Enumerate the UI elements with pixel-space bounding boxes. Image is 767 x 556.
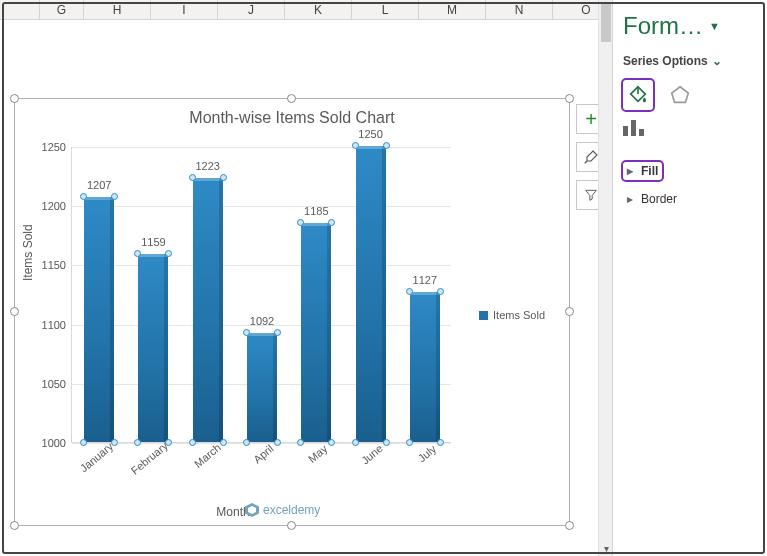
watermark-text: exceldemy bbox=[263, 503, 320, 517]
y-tick-label: 1150 bbox=[42, 259, 66, 271]
format-icon-row bbox=[623, 80, 757, 110]
resize-handle[interactable] bbox=[287, 94, 296, 103]
selection-point[interactable] bbox=[80, 439, 87, 446]
worksheet-area[interactable]: Month-wise Items Sold Chart Items Sold 1… bbox=[0, 20, 609, 553]
bar-icon-part bbox=[631, 120, 636, 136]
resize-handle[interactable] bbox=[565, 94, 574, 103]
legend[interactable]: Items Sold bbox=[479, 309, 545, 321]
series-options-header[interactable]: Series Options ⌄ bbox=[623, 54, 757, 68]
selection-point[interactable] bbox=[437, 288, 444, 295]
data-bar[interactable]: 1092 bbox=[247, 333, 277, 442]
selection-point[interactable] bbox=[243, 439, 250, 446]
resize-handle[interactable] bbox=[10, 94, 19, 103]
pentagon-icon bbox=[669, 84, 691, 106]
watermark: exceldemy bbox=[245, 503, 320, 517]
selection-point[interactable] bbox=[111, 193, 118, 200]
chevron-down-icon: ⌄ bbox=[712, 54, 722, 68]
pane-dropdown-icon[interactable]: ▼ bbox=[709, 20, 720, 32]
series-options-tab[interactable] bbox=[623, 120, 647, 136]
x-tick-label: May bbox=[306, 442, 330, 465]
selection-point[interactable] bbox=[274, 439, 281, 446]
series-options-label: Series Options bbox=[623, 54, 708, 68]
col-header-K[interactable]: K bbox=[285, 0, 352, 19]
y-tick-label: 1050 bbox=[42, 378, 66, 390]
selection-point[interactable] bbox=[189, 439, 196, 446]
col-header-L[interactable]: L bbox=[352, 0, 419, 19]
bar-icon-part bbox=[639, 129, 644, 136]
funnel-icon bbox=[584, 188, 598, 202]
pane-title: Form… ▼ bbox=[623, 12, 757, 40]
selection-point[interactable] bbox=[297, 439, 304, 446]
data-label: 1207 bbox=[87, 179, 111, 191]
effects-tab[interactable] bbox=[665, 80, 695, 110]
vertical-scrollbar[interactable]: ▴ ▾ bbox=[598, 0, 612, 556]
gridline bbox=[72, 206, 451, 207]
data-label: 1223 bbox=[195, 160, 219, 172]
gridline bbox=[72, 265, 451, 266]
selection-point[interactable] bbox=[189, 174, 196, 181]
data-bar[interactable]: 1159 bbox=[138, 254, 168, 442]
data-label: 1127 bbox=[413, 274, 437, 286]
data-bar[interactable]: 1127 bbox=[410, 292, 440, 442]
expand-icon: ▸ bbox=[627, 192, 637, 206]
selection-point[interactable] bbox=[328, 439, 335, 446]
selection-point[interactable] bbox=[328, 219, 335, 226]
col-header-H[interactable]: H bbox=[84, 0, 151, 19]
resize-handle[interactable] bbox=[287, 521, 296, 530]
selection-point[interactable] bbox=[274, 329, 281, 336]
y-axis-title[interactable]: Items Sold bbox=[21, 224, 35, 281]
border-section-header[interactable]: ▸ Border bbox=[623, 190, 757, 208]
col-header-stub bbox=[0, 0, 40, 19]
resize-handle[interactable] bbox=[565, 521, 574, 530]
col-header-M[interactable]: M bbox=[419, 0, 486, 19]
selection-point[interactable] bbox=[383, 142, 390, 149]
y-tick-label: 1250 bbox=[42, 141, 66, 153]
x-tick-label: April bbox=[251, 442, 276, 465]
x-tick-label: March bbox=[192, 441, 223, 470]
resize-handle[interactable] bbox=[10, 521, 19, 530]
selection-point[interactable] bbox=[80, 193, 87, 200]
selection-point[interactable] bbox=[383, 439, 390, 446]
data-label: 1092 bbox=[250, 315, 274, 327]
plot-area[interactable]: 1000105011001150120012501207January1159F… bbox=[71, 147, 451, 443]
scroll-down-arrow[interactable]: ▾ bbox=[599, 540, 613, 556]
selection-point[interactable] bbox=[352, 439, 359, 446]
data-bar[interactable]: 1223 bbox=[193, 178, 223, 442]
gridline bbox=[72, 443, 451, 444]
col-header-J[interactable]: J bbox=[218, 0, 285, 19]
x-tick-label: July bbox=[415, 443, 438, 465]
chart-object[interactable]: Month-wise Items Sold Chart Items Sold 1… bbox=[14, 98, 570, 526]
watermark-icon bbox=[245, 503, 259, 517]
selection-point[interactable] bbox=[134, 439, 141, 446]
selection-point[interactable] bbox=[243, 329, 250, 336]
selection-point[interactable] bbox=[297, 219, 304, 226]
data-bar[interactable]: 1185 bbox=[301, 223, 331, 442]
fill-section-header[interactable]: ▸ Fill bbox=[623, 162, 662, 180]
resize-handle[interactable] bbox=[10, 307, 19, 316]
x-axis-title[interactable]: Month bbox=[15, 505, 451, 519]
legend-swatch bbox=[479, 311, 488, 320]
col-header-I[interactable]: I bbox=[151, 0, 218, 19]
scroll-thumb[interactable] bbox=[601, 2, 611, 42]
selection-point[interactable] bbox=[220, 174, 227, 181]
resize-handle[interactable] bbox=[565, 307, 574, 316]
data-label: 1250 bbox=[358, 128, 382, 140]
selection-point[interactable] bbox=[220, 439, 227, 446]
col-header-G[interactable]: G bbox=[40, 0, 84, 19]
selection-point[interactable] bbox=[352, 142, 359, 149]
fill-line-tab[interactable] bbox=[623, 80, 653, 110]
selection-point[interactable] bbox=[165, 250, 172, 257]
plot-grid: 1000105011001150120012501207January1159F… bbox=[71, 147, 451, 443]
bar-icon-part bbox=[623, 126, 628, 136]
paint-bucket-icon bbox=[627, 84, 649, 106]
data-bar[interactable]: 1207 bbox=[84, 197, 114, 442]
gridline bbox=[72, 147, 451, 148]
selection-point[interactable] bbox=[134, 250, 141, 257]
col-header-N[interactable]: N bbox=[486, 0, 553, 19]
selection-point[interactable] bbox=[406, 439, 413, 446]
selection-point[interactable] bbox=[437, 439, 444, 446]
data-bar[interactable]: 1250 bbox=[356, 146, 386, 442]
chart-title[interactable]: Month-wise Items Sold Chart bbox=[15, 99, 569, 127]
selection-point[interactable] bbox=[406, 288, 413, 295]
data-label: 1185 bbox=[304, 205, 328, 217]
